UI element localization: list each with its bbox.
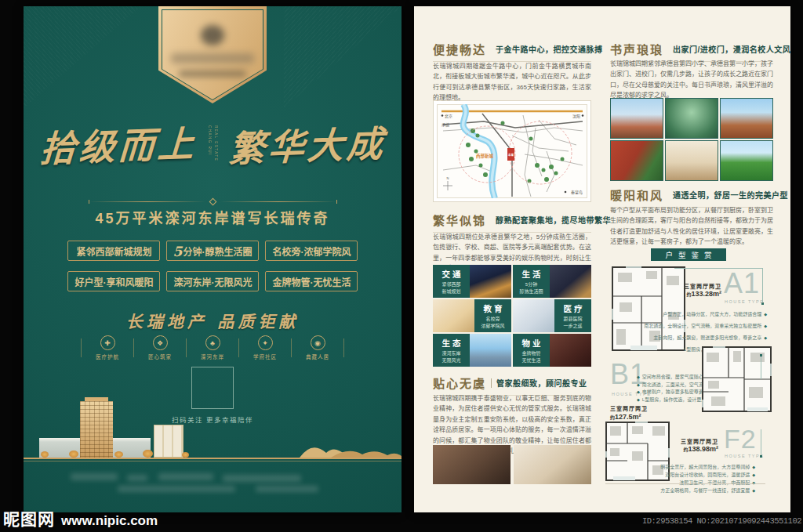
section-subtitle: 醇熟配套聚集地，揽尽地带繁华 <box>496 214 611 226</box>
transport-photo <box>470 265 511 298</box>
tree-decoration <box>69 451 78 458</box>
blurred-logo-text <box>171 53 254 63</box>
map-label-beijing: 北京 <box>445 114 452 119</box>
brand-slogan: 长瑞地产 品质钜献 <box>24 309 402 332</box>
divider <box>343 338 344 357</box>
title-part-1: 拾级而上 <box>38 114 198 172</box>
title-divider <box>24 199 402 204</box>
open-book-photo <box>665 98 718 139</box>
tree-decoration <box>41 451 49 458</box>
diamond-bullet-icon: ◆ <box>764 335 767 340</box>
river-tree-icon: ♣ <box>210 339 215 347</box>
floorplan-area: 约133.28m² <box>641 290 721 298</box>
brand-shield-badge <box>158 6 267 103</box>
amenity-cell-property: 物业 金牌物管无忧生活 <box>513 334 591 367</box>
floorplan-b1-drawing <box>700 345 773 414</box>
folding-screen-decoration <box>154 425 183 458</box>
diamond-bullet-icon: ◆ <box>752 480 755 485</box>
floorplan-bullet: 主卧向阳，超大飘窗，赠送更多阳光想象，尊贵之享◆ <box>618 334 767 346</box>
section-header-warm: 暖阳和风 通透全明，舒居一生的完美户型 <box>610 186 773 208</box>
riverside-photo <box>470 334 511 367</box>
section-subtitle: 于金牛路中心，把控交通脉搏 <box>496 43 603 55</box>
floorplan-spec: 三室两厅两卫 <box>610 404 648 412</box>
floorplan-bullet: 明亮全景厅，超大阔景阳台，大方显尊阔绰◆ <box>626 463 755 471</box>
floorplan-bullet: 户型方正，动静分区，尺度大方，功能舒适合理◆ <box>618 310 767 322</box>
feature-badge: 好户型·享和风暖阳 <box>67 271 160 291</box>
section-subtitle: 管家般细致，顾问般专业 <box>496 377 587 389</box>
classroom-photo <box>665 140 718 181</box>
floorplan-house-type: HOUSE TYPE <box>725 454 764 458</box>
mall-photo <box>550 265 591 298</box>
section-title: 繁华似锦 <box>433 212 486 228</box>
concierge-photo <box>550 334 591 367</box>
svg-text:本案: 本案 <box>507 153 514 157</box>
amenity-cell-education: 教育 名校旁浓郁学院风 <box>433 299 511 332</box>
map-label-shenyang: 沈阳 <box>572 114 580 119</box>
school-star-icon: ✦ <box>262 339 268 347</box>
map-label-west-newtown: 西部新城 <box>476 153 494 159</box>
service-bell-photo <box>514 445 591 484</box>
gold-baseline <box>24 458 402 459</box>
amenity-cell-life: 生活 5分钟醇熟生活圈 <box>513 265 591 298</box>
value-item: ❖ 匠心筑家 <box>134 335 186 360</box>
floorplan-bullet: 洁熙卫生间，干湿分离，中西厨配◆ <box>626 479 755 487</box>
medical-cross-icon: ✚ <box>104 339 111 347</box>
back-page: 便捷畅达 于金牛路中心，把控交通脉搏 长瑞锦城四期雄踞金牛路中心，门前金牛路横贯… <box>414 6 790 512</box>
blurred-footer-text <box>256 486 318 492</box>
service-photos <box>433 445 591 484</box>
value-item: ♣ 滦河东岸 <box>187 335 238 360</box>
qr-code-placeholder <box>191 367 234 409</box>
running-track-photo <box>610 140 663 181</box>
back-left-column: 便捷畅达 于金牛路中心，把控交通脉搏 长瑞锦城四期雄踞金牛路中心，门前金牛路横贯… <box>433 6 591 512</box>
floorplan-area: 约138.98m² <box>657 445 718 453</box>
section-title: 便捷畅达 <box>433 41 486 57</box>
craftsmanship-icon: ❖ <box>157 339 163 347</box>
bottom-divider <box>605 483 765 484</box>
flyer-canvas: 拾级而上 CHANG RUI REAL ESTATE 繁华大成 45万平米滦河东… <box>0 0 803 532</box>
blurred-logo <box>201 25 224 45</box>
amenity-cell-ecology: 生态 滦河东岸无限风光 <box>433 334 511 367</box>
school-building-photo <box>720 98 773 139</box>
tree-decoration <box>114 451 123 458</box>
doorman-photo <box>433 445 511 484</box>
front-page: 拾级而上 CHANG RUI REAL ESTATE 繁华大成 45万平米滦河东… <box>24 6 402 512</box>
map-site-marker: 本案 <box>507 148 514 161</box>
watermark-site-logo: 昵图网 <box>3 506 55 530</box>
doctors-photo <box>513 299 554 332</box>
diamond-bullet-icon: ◆ <box>637 375 640 379</box>
feature-badge: 金牌物管·无忧生活 <box>265 271 358 291</box>
diamond-bullet-icon: ◆ <box>752 465 755 469</box>
floorplan-bullet: 双阳台设计增收纳，回南阳光，温馨舒适◆ <box>626 471 755 479</box>
value-item: ◉ 典藏人居 <box>292 335 343 360</box>
floorplan-bullet: 方正全明格局，与餐厅一线连接，舒适宜居◆ <box>626 487 755 494</box>
map-label-chengde: 承德 <box>441 122 449 128</box>
amenity-cell-transport: 交通 紧邻西部新城规划 <box>433 265 511 298</box>
location-map-svg: 本案 北京 沈阳 承德 秦皇岛 西部新城 N <box>437 104 587 198</box>
section-header-convenient: 便捷畅达 于金牛路中心，把控交通脉搏 <box>433 41 591 62</box>
amenity-cell-medical: 医疗 距县医院一步之遥 <box>513 299 591 332</box>
section-body: 每个户型从平面布局到功能分区，从餐厅到厨房，卧室到卫生间的合理距离，客厅与阳台的… <box>610 205 773 248</box>
diamond-bullet-icon: ◆ <box>764 324 767 328</box>
blurred-logo-text <box>179 71 246 77</box>
value-item: ✦ 学府社区 <box>239 335 291 360</box>
feature-badge: 名校旁·浓郁学院风 <box>265 241 358 261</box>
premium-seal-icon: ◉ <box>314 339 321 347</box>
diamond-ornament <box>209 198 216 206</box>
blurred-footer-text <box>223 475 301 482</box>
blurred-footer-text <box>118 486 235 492</box>
main-title: 拾级而上 CHANG RUI REAL ESTATE 繁华大成 <box>24 118 402 169</box>
watermark-url: www.nipic.com <box>61 513 158 529</box>
value-icons-row: ✚ 医疗护航 ❖ 匠心筑家 ♣ 滦河东岸 ✦ 学府社区 ◉ 典藏人居 <box>24 335 402 360</box>
value-item: ✚ 医疗护航 <box>82 335 133 360</box>
watermark-id: ID:29538154 NO:20210719092443551102 <box>642 516 801 526</box>
svg-text:N: N <box>447 176 449 180</box>
section-subtitle: 通透全明，舒居一生的完美户型 <box>673 189 788 201</box>
section-subtitle: 出家门/进校门，漫润名校人文风 <box>673 43 790 55</box>
tree-decoration <box>182 452 189 458</box>
diamond-bullet-icon: ◆ <box>752 488 755 493</box>
diamond-bullet-icon: ◆ <box>764 312 767 317</box>
diamond-bullet-icon: ◆ <box>637 382 640 387</box>
map-label-qinhuangdao: 秦皇岛 <box>571 190 583 195</box>
location-map: 本案 北京 沈阳 承德 秦皇岛 西部新城 N <box>433 100 591 202</box>
corner-hatch-decoration <box>284 6 402 108</box>
